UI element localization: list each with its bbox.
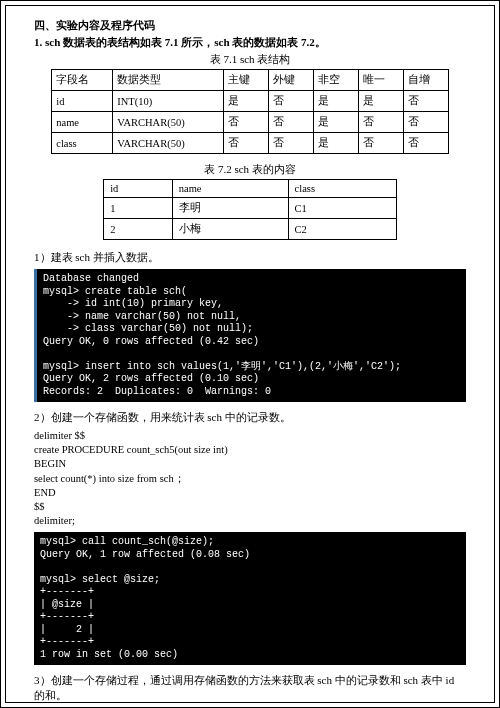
- step2-code: delimiter $$ create PROCEDURE count_sch5…: [34, 429, 466, 528]
- page-frame: 四、实验内容及程序代码 1. sch 数据表的表结构如表 7.1 所示，sch …: [0, 0, 500, 708]
- table-row: class VARCHAR(50) 否 否 是 否 否: [52, 133, 448, 154]
- section-heading: 四、实验内容及程序代码: [34, 18, 466, 33]
- table-row: 1 李明 C1: [104, 198, 397, 219]
- page-content: 四、实验内容及程序代码 1. sch 数据表的表结构如表 7.1 所示，sch …: [5, 5, 495, 703]
- col-fieldname: 字段名: [52, 70, 113, 91]
- table-row: name VARCHAR(50) 否 否 是 否 否: [52, 112, 448, 133]
- table-header-row: 字段名 数据类型 主键 外键 非空 唯一 自增: [52, 70, 448, 91]
- terminal-call-proc: mysql> call count_sch(@size); Query OK, …: [34, 532, 466, 665]
- step2-title: 2）创建一个存储函数，用来统计表 sch 中的记录数。: [34, 410, 466, 425]
- subheading: 1. sch 数据表的表结构如表 7.1 所示，sch 表的数据如表 7.2。: [34, 35, 466, 50]
- col-fk: 外键: [268, 70, 313, 91]
- col-datatype: 数据类型: [113, 70, 224, 91]
- col-autoinc: 自增: [403, 70, 448, 91]
- terminal-create-insert: Database changed mysql> create table sch…: [34, 269, 466, 402]
- step3-title: 3）创建一个存储过程，通过调用存储函数的方法来获取表 sch 中的记录数和 sc…: [34, 673, 466, 703]
- table71-caption: 表 7.1 sch 表结构: [34, 52, 466, 67]
- table-row: 2 小梅 C2: [104, 219, 397, 240]
- table-sch-content: id name class 1 李明 C1 2 小梅 C2: [103, 179, 397, 240]
- col-notnull: 非空: [313, 70, 358, 91]
- table-header-row: id name class: [104, 180, 397, 198]
- step1-title: 1）建表 sch 并插入数据。: [34, 250, 466, 265]
- table-sch-structure: 字段名 数据类型 主键 外键 非空 唯一 自增 id INT(10) 是 否 是…: [51, 69, 448, 154]
- col-unique: 唯一: [358, 70, 403, 91]
- table72-caption: 表 7.2 sch 表的内容: [34, 162, 466, 177]
- table-row: id INT(10) 是 否 是 是 否: [52, 91, 448, 112]
- col-pk: 主键: [224, 70, 269, 91]
